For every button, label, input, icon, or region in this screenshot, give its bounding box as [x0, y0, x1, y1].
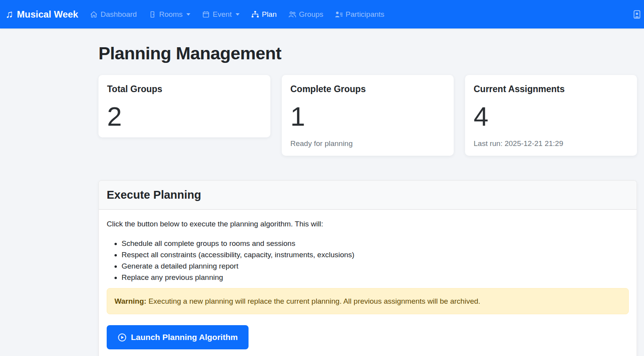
- execute-bullet-list: Schedule all complete groups to rooms an…: [107, 238, 629, 283]
- execute-planning-header: Execute Planning: [99, 181, 637, 210]
- calendar-icon: [202, 11, 210, 18]
- main-content: Planning Management Total Groups 2 Compl…: [98, 43, 637, 356]
- nav-item-label: Participants: [345, 10, 384, 19]
- nav-item-groups[interactable]: Groups: [288, 10, 323, 19]
- nav-item-label: Dashboard: [100, 10, 137, 19]
- launch-planning-button[interactable]: Launch Planning Algorithm: [107, 325, 249, 349]
- stat-title: Total Groups: [107, 84, 262, 94]
- page-title: Planning Management: [98, 43, 637, 64]
- brand-label: Musical Week: [17, 9, 78, 20]
- warning-alert: Warning: Executing a new planning will r…: [107, 288, 629, 314]
- nav-item-label: Event: [213, 10, 232, 19]
- execute-intro-text: Click the button below to execute the pl…: [107, 220, 629, 228]
- diagram-icon: [251, 11, 259, 18]
- nav-user[interactable]: A: [632, 0, 644, 28]
- nav-item-label: Groups: [299, 10, 323, 19]
- stat-card-complete-groups: Complete Groups 1 Ready for planning: [282, 75, 454, 156]
- music-note-icon: ♫: [5, 9, 13, 20]
- stat-subtitle: Last run: 2025-12-21 21:29: [474, 139, 628, 148]
- stat-value: 2: [107, 103, 262, 130]
- bullet-item: Respect all constraints (accessibility, …: [122, 249, 629, 260]
- play-circle-icon: [118, 333, 127, 342]
- brand[interactable]: ♫ Musical Week: [5, 9, 78, 20]
- door-icon: [148, 11, 156, 18]
- person-lines-icon: [335, 11, 343, 18]
- stat-value: 4: [474, 103, 628, 130]
- nav-item-dashboard[interactable]: Dashboard: [90, 10, 137, 19]
- nav-item-event[interactable]: Event: [202, 10, 240, 19]
- stat-subtitle: Ready for planning: [290, 139, 445, 148]
- nav-item-plan[interactable]: Plan: [251, 10, 277, 19]
- nav-item-label: Plan: [262, 10, 277, 19]
- nav-links: Dashboard Rooms Event: [90, 10, 384, 19]
- stat-card-current-assignments: Current Assignments 4 Last run: 2025-12-…: [465, 75, 637, 156]
- nav-item-participants[interactable]: Participants: [335, 10, 384, 19]
- nav-item-label: Rooms: [159, 10, 182, 19]
- chevron-down-icon: [236, 13, 240, 16]
- warning-text: Executing a new planning will replace th…: [147, 297, 480, 305]
- people-icon: [288, 11, 296, 18]
- warning-label: Warning:: [114, 297, 147, 305]
- stat-value: 1: [290, 103, 445, 130]
- stat-title: Current Assignments: [474, 84, 628, 94]
- person-badge-icon: [632, 10, 642, 19]
- stat-title: Complete Groups: [290, 84, 445, 94]
- chevron-down-icon: [186, 13, 190, 16]
- nav-item-rooms[interactable]: Rooms: [148, 10, 190, 19]
- bullet-item: Replace any previous planning: [122, 272, 629, 283]
- house-icon: [90, 11, 98, 18]
- stat-card-total-groups: Total Groups 2: [98, 75, 270, 137]
- section-title: Execute Planning: [107, 189, 201, 201]
- execute-planning-body: Click the button below to execute the pl…: [99, 210, 637, 356]
- top-navbar: ♫ Musical Week Dashboard Rooms Eve: [0, 0, 644, 28]
- bullet-item: Schedule all complete groups to rooms an…: [122, 238, 629, 249]
- stats-row: Total Groups 2 Complete Groups 1 Ready f…: [98, 75, 637, 156]
- execute-planning-card: Execute Planning Click the button below …: [98, 180, 637, 356]
- bullet-item: Generate a detailed planning report: [122, 260, 629, 272]
- launch-planning-label: Launch Planning Algorithm: [131, 333, 238, 342]
